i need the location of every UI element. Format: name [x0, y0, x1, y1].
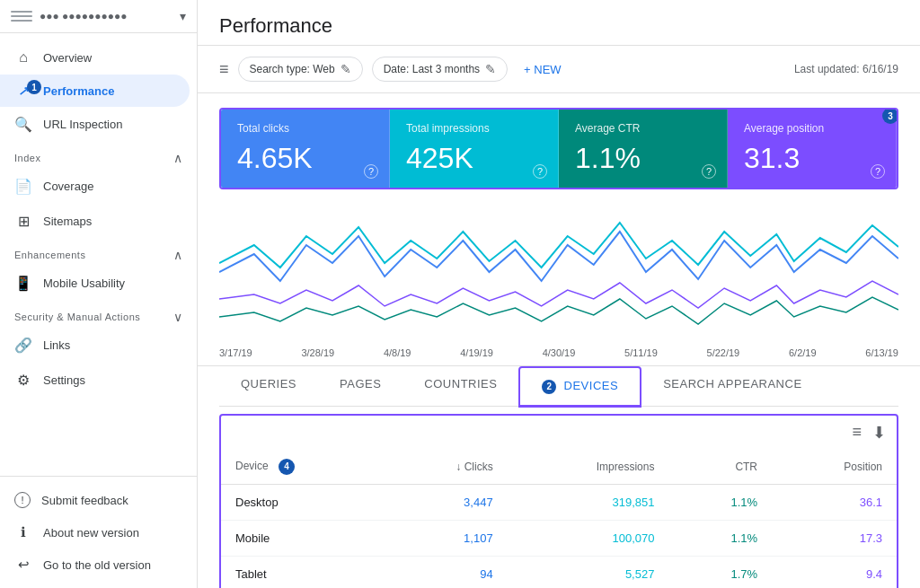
go-to-old-version-button[interactable]: ↩ Go to the old version: [0, 549, 197, 581]
footer-item-label: About new version: [43, 526, 139, 540]
chevron-up-icon: ∧: [173, 151, 183, 165]
site-name: ●●● ●●●●●●●●●●: [40, 10, 172, 22]
metric-card-clicks: Total clicks 4.65K ?: [221, 110, 390, 188]
sidebar-item-label: Overview: [43, 51, 92, 65]
sidebar-item-links[interactable]: 🔗 Links: [0, 328, 190, 363]
sidebar-item-label: URL Inspection: [43, 118, 122, 131]
sidebar-item-url-inspection[interactable]: 🔍 URL Inspection: [0, 107, 190, 142]
clicks-value: 3,447: [385, 484, 507, 520]
about-new-version-button[interactable]: ℹ About new version: [0, 516, 197, 549]
table-toolbar: ≡ ⬇: [221, 416, 897, 450]
metric-label: Average CTR: [575, 122, 711, 135]
sidebar-item-label: Sitemaps: [43, 215, 92, 228]
table-section: ≡ ⬇ Device 4 ↓ Clicks: [198, 407, 920, 589]
metric-value: 1.1%: [575, 142, 711, 175]
security-section[interactable]: Security & Manual Actions ∨: [0, 301, 197, 328]
index-section[interactable]: Index ∧: [0, 142, 197, 169]
filter-rows-icon[interactable]: ≡: [852, 423, 862, 443]
toolbar: ≡ Search type: Web ✎ Date: Last 3 months…: [198, 46, 920, 93]
footer-item-label: Go to the old version: [43, 558, 151, 572]
chevron-up-icon: ∧: [173, 248, 183, 262]
sidebar-nav: ⌂ Overview ↗ Performance 1 🔍 URL Inspect…: [0, 33, 197, 476]
tab-devices[interactable]: 2 DEVICES: [518, 366, 641, 408]
info-icon[interactable]: ?: [364, 164, 378, 179]
mobile-icon: 📱: [14, 275, 32, 292]
sitemaps-icon: ⊞: [14, 213, 32, 230]
impressions-value: 100,070: [508, 520, 669, 556]
metric-label: Total impressions: [406, 122, 542, 135]
metrics-cards: Total clicks 4.65K ? Total impressions 4…: [219, 108, 898, 189]
device-name: Desktop: [221, 484, 385, 520]
sidebar-item-sitemaps[interactable]: ⊞ Sitemaps: [0, 204, 190, 239]
sidebar-item-label: Performance: [43, 84, 114, 98]
sidebar-header: ●●● ●●●●●●●●●● ▾: [0, 0, 197, 33]
col-ctr: CTR: [668, 450, 772, 485]
tab-search-appearance[interactable]: SEARCH APPEARANCE: [641, 366, 823, 407]
step-badge-3: 3: [882, 108, 898, 124]
search-type-chip[interactable]: Search type: Web ✎: [238, 57, 363, 82]
info-icon: ℹ: [14, 524, 32, 540]
date-chip[interactable]: Date: Last 3 months ✎: [372, 57, 508, 82]
sidebar-item-label: Coverage: [43, 180, 93, 193]
tab-pages[interactable]: PAGES: [318, 366, 402, 407]
sidebar-item-performance[interactable]: ↗ Performance 1: [0, 75, 190, 107]
menu-icon[interactable]: [11, 10, 32, 22]
main-header: Performance: [198, 0, 920, 46]
table-header-row: Device 4 ↓ Clicks Impressions CTR: [221, 450, 897, 485]
position-value: 17.3: [772, 520, 897, 556]
step-badge-1: 1: [27, 80, 41, 94]
metrics-section: Total clicks 4.65K ? Total impressions 4…: [198, 93, 920, 189]
filter-icon[interactable]: ≡: [219, 60, 229, 79]
performance-chart: [219, 200, 898, 344]
col-device: Device 4: [221, 450, 385, 485]
step-badge-4: 4: [279, 459, 295, 475]
sidebar-item-label: Links: [43, 338, 70, 352]
main-content: Performance ≡ Search type: Web ✎ Date: L…: [198, 0, 920, 588]
sidebar-item-coverage[interactable]: 📄 Coverage: [0, 169, 190, 204]
ctr-value: 1.7%: [668, 556, 772, 588]
tab-queries[interactable]: QUERIES: [219, 366, 318, 407]
tab-countries[interactable]: COUNTRIES: [402, 366, 518, 407]
sidebar-item-mobile-usability[interactable]: 📱 Mobile Usability: [0, 266, 190, 301]
home-icon: ⌂: [14, 49, 32, 66]
info-icon[interactable]: ?: [702, 164, 716, 179]
date-axis: 3/17/19 3/28/19 4/8/19 4/19/19 4/30/19 5…: [219, 344, 898, 365]
metric-value: 425K: [406, 142, 542, 175]
impressions-value: 319,851: [508, 484, 669, 520]
feedback-icon: !: [14, 492, 31, 508]
download-icon[interactable]: ⬇: [872, 423, 886, 443]
metric-card-impressions: Total impressions 425K ?: [390, 110, 559, 188]
info-icon[interactable]: ?: [533, 164, 547, 179]
chevron-down-icon[interactable]: ▾: [180, 9, 186, 23]
enhancements-section[interactable]: Enhancements ∧: [0, 239, 197, 266]
info-icon[interactable]: ?: [871, 164, 885, 179]
search-icon: 🔍: [14, 116, 32, 133]
tabs: QUERIES PAGES COUNTRIES 2 DEVICES SEARCH…: [219, 366, 898, 407]
date-label: Date: Last 3 months: [384, 63, 480, 75]
table-row: Desktop 3,447 319,851 1.1% 36.1: [221, 484, 897, 520]
new-button[interactable]: + NEW: [517, 58, 569, 81]
gear-icon: ⚙: [14, 372, 32, 389]
col-impressions: Impressions: [508, 450, 669, 485]
submit-feedback-button[interactable]: ! Submit feedback: [0, 484, 197, 516]
chart-area: [219, 200, 898, 344]
sidebar-item-settings[interactable]: ⚙ Settings: [0, 363, 190, 398]
col-clicks[interactable]: ↓ Clicks: [385, 450, 507, 485]
table-row: Mobile 1,107 100,070 1.1% 17.3: [221, 520, 897, 556]
sidebar-item-label: Mobile Usability: [43, 276, 125, 290]
ctr-value: 1.1%: [668, 484, 772, 520]
links-icon: 🔗: [14, 337, 32, 354]
sidebar-item-label: Settings: [43, 373, 85, 387]
sidebar-item-overview[interactable]: ⌂ Overview: [0, 40, 190, 75]
ctr-value: 1.1%: [668, 520, 772, 556]
coverage-icon: 📄: [14, 178, 32, 195]
sidebar-footer: ! Submit feedback ℹ About new version ↩ …: [0, 476, 197, 588]
metric-label: Average position: [744, 122, 880, 135]
tabs-section: QUERIES PAGES COUNTRIES 2 DEVICES SEARCH…: [198, 365, 920, 407]
col-position: Position: [772, 450, 897, 485]
content-area: Total clicks 4.65K ? Total impressions 4…: [198, 93, 920, 588]
sidebar: ●●● ●●●●●●●●●● ▾ ⌂ Overview ↗ Performanc…: [0, 0, 198, 588]
back-icon: ↩: [14, 557, 32, 573]
metric-value: 31.3: [744, 142, 880, 175]
position-value: 36.1: [772, 484, 897, 520]
